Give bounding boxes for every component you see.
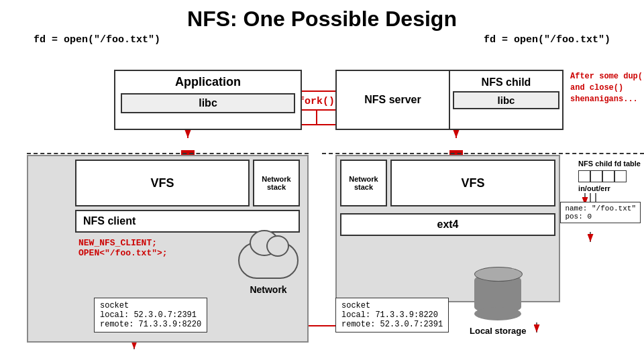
server-child-area: NFS server NFS child libc	[335, 70, 564, 130]
net-stack-box-left: Networkstack	[253, 160, 300, 206]
net-stack-box-right: Networkstack	[340, 160, 387, 206]
dashed-line-left	[27, 153, 309, 154]
libc-bar-right: libc	[453, 91, 559, 109]
cloud-shape	[238, 242, 299, 279]
network-cloud: Network	[238, 242, 299, 295]
in-out-err-right: in/out/err	[578, 184, 641, 192]
socket-right-label: socket	[341, 301, 443, 310]
local-storage-label: Local storage	[470, 326, 527, 336]
nfs-client-area: NFS client	[75, 210, 300, 233]
socket-left-label: socket	[100, 301, 201, 310]
nfs-child-label: NFS child	[482, 71, 531, 88]
socket-right-local: local: 71.3.3.9:8220	[341, 310, 443, 320]
socket-left-remote: remote: 71.3.3.9:8220	[100, 320, 201, 329]
name-pos-box: name: "/foo.txt" pos: 0	[560, 202, 641, 223]
fd-cell-right-0	[578, 170, 590, 182]
vfs-nfs-row: VFS Networkstack	[75, 160, 300, 206]
socket-right-remote: remote: 52.3.0.7:2391	[341, 320, 443, 329]
nfs-child-fd-label: NFS child fd table	[578, 160, 641, 168]
nfs-child-fd-table: NFS child fd table in/out/err	[578, 160, 641, 192]
local-storage-area: Local storage	[470, 274, 527, 336]
pos-label: pos: 0	[565, 213, 636, 221]
fd-open-left: fd = open("/foo.txt")	[34, 34, 160, 46]
vfs-box-right: VFS	[390, 160, 555, 206]
socket-box-right: socket local: 71.3.3.9:8220 remote: 52.3…	[335, 298, 449, 333]
fd-cell-right-3	[614, 170, 627, 182]
kernel-right-inner: Networkstack VFS	[337, 156, 559, 210]
fd-cell-right-2	[602, 170, 614, 182]
kernel-right: Networkstack VFS ext4	[335, 155, 560, 302]
app-label: Application	[115, 71, 301, 90]
network-label: Network	[238, 284, 299, 295]
fd-open-right: fd = open("/foo.txt")	[484, 34, 610, 46]
app-box: Application libc	[114, 70, 302, 130]
nfs-client-label: NFS client	[83, 215, 136, 227]
right-side: NFS server NFS child libc After some dup…	[322, 51, 644, 339]
name-label: name: "/foo.txt"	[565, 204, 636, 213]
nfs-server-label: NFS server	[364, 94, 421, 106]
after-dup-text: After some dup() and close() shenanigans…	[570, 71, 644, 105]
nfs-client-box: NFS client	[75, 210, 300, 233]
after-dup-line3: shenanigans...	[570, 94, 644, 105]
vfs-box-left: VFS	[75, 160, 250, 206]
after-dup-line1: After some dup()	[570, 71, 644, 82]
dashed-line-right	[322, 153, 644, 154]
socket-left-local: local: 52.3.0.7:2391	[100, 310, 201, 320]
fd-cell-right-1	[590, 170, 602, 182]
after-dup-line2: and close()	[570, 82, 644, 94]
nfs-child-box: NFS child libc	[450, 71, 562, 129]
libc-bar-left: libc	[121, 93, 295, 113]
page-title: NFS: One Possible Design	[0, 0, 644, 34]
socket-box-left: socket local: 52.3.0.7:2391 remote: 71.3…	[94, 298, 207, 333]
ext4-box: ext4	[340, 213, 555, 236]
fd-cells-right	[578, 170, 641, 182]
nfs-server-box: NFS server	[337, 71, 450, 129]
cylinder-icon	[474, 274, 521, 314]
